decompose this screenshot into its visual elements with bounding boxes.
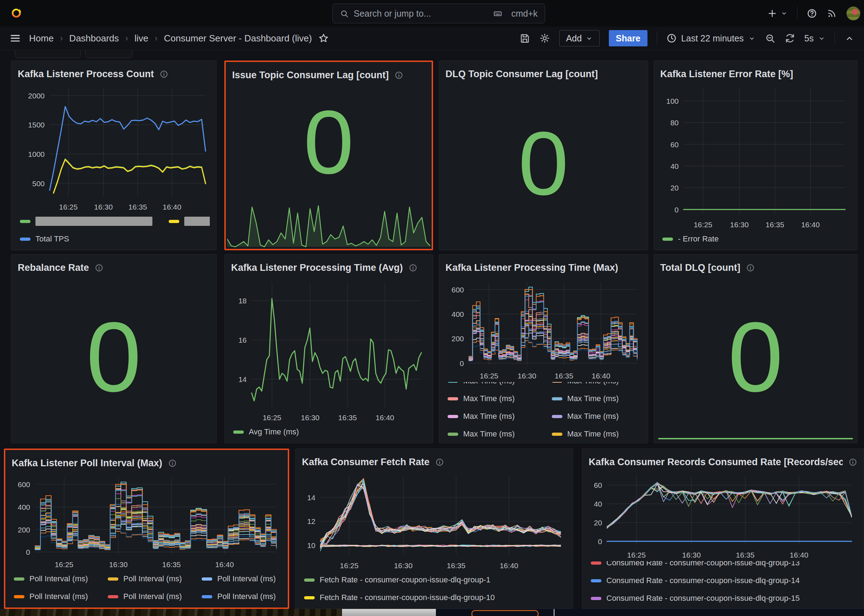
panel-title[interactable]: Kafka Listener Error Rate [%] xyxy=(660,69,793,80)
legend-label: Max Time (ms) xyxy=(463,429,515,438)
search-input[interactable]: Search or jump to... cmd+k xyxy=(333,3,545,24)
legend-item[interactable]: Poll Interval (ms) xyxy=(14,591,91,603)
timeseries-chart[interactable]: 10080604020016:2516:3016:3516:40 xyxy=(660,82,851,231)
panel-total-dlq: Total DLQ [count] 0 xyxy=(653,254,858,443)
collapse-toolbar-icon[interactable] xyxy=(844,33,855,44)
legend-item[interactable]: Max Time (ms) xyxy=(552,382,640,387)
legend-item[interactable]: Max Time (ms) xyxy=(448,382,536,387)
variable-dropdown-stub[interactable] xyxy=(85,50,132,58)
legend-item[interactable]: Total TPS xyxy=(20,233,152,245)
menu-icon[interactable] xyxy=(9,32,21,44)
panel-title[interactable]: Kafka Consumer Fetch Rate xyxy=(302,457,429,468)
panel-header: Issue Topic Consumer Lag [count] xyxy=(232,67,425,83)
add-button[interactable]: Add xyxy=(559,30,599,46)
legend-swatch xyxy=(552,415,563,418)
gear-icon[interactable] xyxy=(539,33,550,44)
breadcrumb-dashboards[interactable]: Dashboards xyxy=(69,33,119,44)
panel-processing-time-max: Kafka Listener Processing Time (Max) 600… xyxy=(439,254,648,443)
legend-item[interactable]: Poll Interval (ms) xyxy=(14,573,91,585)
zoom-out-icon[interactable] xyxy=(765,33,776,44)
svg-text:16:30: 16:30 xyxy=(730,220,749,229)
legend-label: Fetch Rate - consumer-coupon-issue-dlq-g… xyxy=(320,593,495,602)
new-button[interactable] xyxy=(767,8,788,19)
legend-swatch xyxy=(304,596,315,599)
help-icon[interactable] xyxy=(807,8,817,19)
legend-item[interactable]: Poll Interval (ms) xyxy=(202,591,279,603)
legend-item[interactable]: Max Time (ms) xyxy=(552,410,640,422)
chart-legend-scrollable[interactable]: Consumed Rate - consumer-coupon-issue-dl… xyxy=(589,561,857,603)
panel-error-rate: Kafka Listener Error Rate [%] 1008060402… xyxy=(653,61,858,250)
variable-dropdown-stub[interactable] xyxy=(15,50,81,58)
timeseries-chart[interactable]: 14121016:2516:3016:3516:40 xyxy=(302,470,566,572)
legend-swatch xyxy=(20,237,30,241)
svg-text:16:25: 16:25 xyxy=(263,413,281,422)
panel-title[interactable]: Total DLQ [count] xyxy=(660,262,740,273)
legend-item[interactable] xyxy=(20,215,152,227)
info-icon[interactable] xyxy=(168,459,177,468)
svg-text:16:40: 16:40 xyxy=(163,203,181,211)
legend-item[interactable] xyxy=(169,215,210,227)
legend-item[interactable]: Consumed Rate - consumer-coupon-issue-dl… xyxy=(591,561,855,569)
panel-title[interactable]: Kafka Listener Processing Time (Avg) xyxy=(231,262,403,273)
panel-title[interactable]: Issue Topic Consumer Lag [count] xyxy=(232,70,389,81)
legend-swatch xyxy=(448,415,458,418)
legend-item[interactable]: Fetch Rate - consumer-coupon-issue-dlq-g… xyxy=(304,592,564,603)
panel-title[interactable]: DLQ Topic Consumer Lag [count] xyxy=(445,69,598,80)
legend-item[interactable]: - Error Rate xyxy=(662,233,849,245)
refresh-interval-picker[interactable]: 5s xyxy=(804,33,825,44)
panel-title[interactable]: Kafka Listener Processing Time (Max) xyxy=(445,262,618,273)
legend-item[interactable]: Poll Interval (ms) xyxy=(108,573,185,585)
panel-title[interactable]: Kafka Listener Process Count xyxy=(18,69,154,80)
panel-title[interactable]: Rebalance Rate xyxy=(18,262,89,273)
legend-item[interactable]: Max Time (ms) xyxy=(448,393,536,405)
info-icon[interactable] xyxy=(848,458,857,467)
legend-item[interactable]: Avg Time (ms) xyxy=(233,426,424,438)
panel-title[interactable]: Kafka Consumer Records Consumed Rate [Re… xyxy=(589,457,843,468)
chart-legend: Avg Time (ms) xyxy=(231,424,426,438)
info-icon[interactable] xyxy=(408,263,418,272)
svg-text:0: 0 xyxy=(26,548,30,556)
info-icon[interactable] xyxy=(95,263,104,272)
legend-swatch xyxy=(202,595,212,598)
refresh-icon[interactable] xyxy=(785,33,795,44)
news-icon[interactable] xyxy=(826,8,837,19)
breadcrumb-home[interactable]: Home xyxy=(29,33,54,44)
sparkline-chart[interactable] xyxy=(227,201,430,247)
panel-title[interactable]: Kafka Listener Poll Interval (Max) xyxy=(12,458,162,469)
legend-item[interactable]: Poll Interval (ms) xyxy=(108,591,185,603)
svg-text:16:25: 16:25 xyxy=(480,372,499,380)
svg-text:14: 14 xyxy=(307,493,316,502)
timeseries-chart[interactable]: 600400200016:2516:3016:3516:40 xyxy=(12,471,281,571)
svg-text:18: 18 xyxy=(238,297,247,305)
legend-swatch xyxy=(108,595,118,598)
info-icon[interactable] xyxy=(159,70,168,79)
timeseries-chart[interactable]: 20001500100050016:2516:3016:3516:40 xyxy=(18,82,210,213)
legend-item[interactable]: Consumed Rate - consumer-coupon-issue-dl… xyxy=(591,592,855,603)
avatar[interactable] xyxy=(846,6,861,20)
legend-item[interactable]: Max Time (ms) xyxy=(552,428,640,438)
info-icon[interactable] xyxy=(435,458,444,467)
info-icon[interactable] xyxy=(394,71,403,80)
panel-fetch-rate: Kafka Consumer Fetch Rate 14121016:2516:… xyxy=(295,449,573,609)
chart-legend-scrollable[interactable]: Max Time (ms)Max Time (ms)Max Time (ms)M… xyxy=(445,382,642,438)
legend-item[interactable]: Consumed Rate - consumer-coupon-issue-dl… xyxy=(591,575,855,587)
time-range-picker[interactable]: Last 22 minutes xyxy=(666,33,755,44)
timeseries-chart[interactable]: 604020016:2516:3016:3516:40 xyxy=(589,470,857,561)
timeseries-chart[interactable]: 600400200016:2516:3016:3516:40 xyxy=(445,276,642,382)
info-icon[interactable] xyxy=(746,263,755,272)
legend-item[interactable]: Poll Interval (ms) xyxy=(202,573,279,585)
legend-item[interactable]: Fetch Rate - consumer-coupon-issue-dlq-g… xyxy=(304,574,564,586)
save-icon[interactable] xyxy=(520,33,530,44)
legend-label: Max Time (ms) xyxy=(568,412,619,421)
breadcrumb-folder[interactable]: live xyxy=(135,33,148,44)
star-icon[interactable] xyxy=(318,33,329,44)
legend-item[interactable]: Max Time (ms) xyxy=(448,428,536,438)
legend-item[interactable]: Max Time (ms) xyxy=(448,410,536,422)
grafana-logo[interactable] xyxy=(8,5,25,22)
legend-item[interactable]: Max Time (ms) xyxy=(552,393,640,405)
share-button[interactable]: Share xyxy=(609,30,648,46)
legend-label: Max Time (ms) xyxy=(463,412,515,421)
panel-header: Kafka Listener Processing Time (Max) xyxy=(445,259,642,276)
timeseries-chart[interactable]: 18161416:2516:3016:3516:40 xyxy=(231,276,426,424)
panel-header: Kafka Listener Processing Time (Avg) xyxy=(231,259,426,276)
